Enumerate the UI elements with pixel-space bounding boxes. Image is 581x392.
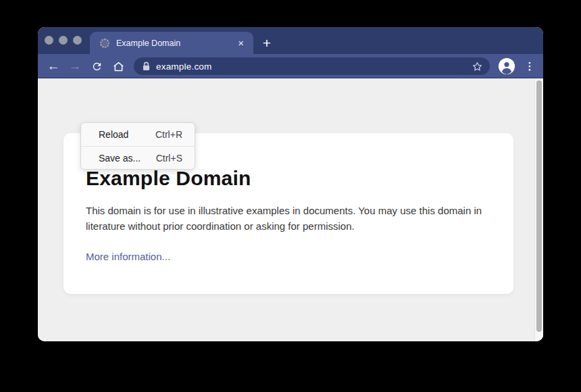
scrollbar-track[interactable] <box>534 78 543 341</box>
menu-item-label: Reload <box>99 129 128 140</box>
context-menu: Reload Ctrl+R Save as... Ctrl+S <box>80 122 195 170</box>
back-arrow-icon: ← <box>47 59 60 74</box>
forward-arrow-icon: → <box>69 59 82 74</box>
page-title: Example Domain <box>86 167 492 190</box>
kebab-menu-icon: ⋮ <box>525 60 535 72</box>
scrollbar-thumb[interactable] <box>536 80 542 332</box>
browser-tab[interactable]: Example Domain × <box>90 32 253 54</box>
window-minimize-button[interactable] <box>59 36 68 45</box>
menu-item-shortcut: Ctrl+R <box>155 129 182 140</box>
browser-menu-button[interactable]: ⋮ <box>521 54 538 78</box>
page-viewport: Reload Ctrl+R Save as... Ctrl+S Example … <box>38 78 543 341</box>
back-button[interactable]: ← <box>43 54 64 78</box>
favicon-icon <box>100 39 109 48</box>
home-icon <box>112 60 125 73</box>
star-icon <box>472 61 483 72</box>
context-menu-item-reload[interactable]: Reload Ctrl+R <box>81 123 195 146</box>
home-button[interactable] <box>108 54 128 78</box>
page-paragraph: This domain is for use in illustrative e… <box>86 203 486 235</box>
avatar-icon <box>499 58 515 74</box>
plus-icon: + <box>263 35 271 51</box>
address-bar[interactable]: example.com <box>134 57 490 75</box>
url-text: example.com <box>156 62 472 72</box>
titlebar: Example Domain × + <box>38 27 543 54</box>
reload-button[interactable] <box>86 54 107 78</box>
forward-button[interactable]: → <box>65 54 85 78</box>
lock-icon <box>143 62 150 71</box>
bookmark-star-button[interactable] <box>472 61 483 72</box>
reload-icon <box>91 61 103 72</box>
new-tab-button[interactable]: + <box>253 32 280 54</box>
menu-item-label: Save as... <box>99 153 141 164</box>
tab-title: Example Domain <box>116 39 236 48</box>
window-close-button[interactable] <box>45 36 53 45</box>
window-controls <box>45 36 82 45</box>
context-menu-item-save-as[interactable]: Save as... Ctrl+S <box>81 146 195 169</box>
toolbar: ← → example.com <box>38 54 543 78</box>
window-zoom-button[interactable] <box>73 36 82 45</box>
profile-button[interactable] <box>499 58 515 74</box>
tab-close-icon[interactable]: × <box>236 36 245 49</box>
browser-window: Example Domain × + ← → <box>38 27 543 341</box>
menu-item-shortcut: Ctrl+S <box>156 153 182 164</box>
more-information-link[interactable]: More information... <box>86 251 170 262</box>
